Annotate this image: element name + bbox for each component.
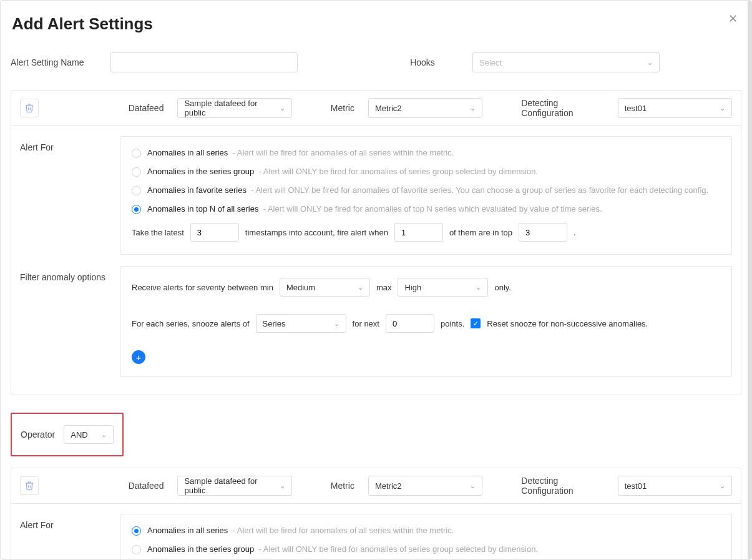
metric-label: Metric (331, 103, 354, 113)
severity-min-select[interactable]: Medium ⌄ (280, 278, 370, 297)
radio-top-n[interactable] (132, 205, 141, 214)
alert-for-label: Alert For (20, 136, 111, 255)
trash-icon (24, 481, 34, 491)
add-alert-settings-modal: ✕ Add Alert Settings Alert Setting Name … (0, 0, 752, 560)
metric-select-2[interactable]: Metric2 ⌄ (368, 476, 482, 496)
filter-options-label: Filter anomaly options (20, 266, 111, 377)
alert-setting-name-label: Alert Setting Name (11, 57, 110, 67)
metric-select-1[interactable]: Metric2 ⌄ (368, 98, 482, 118)
datafeed-label: Datafeed (129, 103, 164, 113)
chevron-down-icon: ⌄ (470, 482, 476, 490)
chevron-down-icon: ⌄ (470, 104, 476, 112)
chevron-down-icon: ⌄ (720, 482, 725, 490)
radio-series-group[interactable] (132, 167, 141, 177)
radio-all-series[interactable] (132, 149, 141, 158)
chevron-down-icon: ⌄ (280, 104, 285, 112)
detecting-config-select-1[interactable]: test01 ⌄ (618, 98, 732, 118)
radio-series-group[interactable] (132, 545, 141, 554)
operator-box: Operator AND ⌄ (11, 413, 124, 456)
hooks-label: Hooks (373, 57, 472, 67)
snooze-type-select[interactable]: Series ⌄ (256, 314, 346, 333)
hooks-select[interactable]: Select ⌄ (472, 52, 660, 72)
chevron-down-icon: ⌄ (476, 283, 481, 292)
delete-rule-button[interactable] (20, 476, 39, 495)
chevron-down-icon: ⌄ (358, 283, 363, 292)
detecting-config-label: Detecting Configuration (521, 476, 604, 496)
chevron-down-icon: ⌄ (720, 104, 725, 112)
chevron-down-icon: ⌄ (334, 320, 339, 328)
chevron-down-icon: ⌄ (647, 59, 653, 67)
top-n-when-input[interactable] (394, 223, 443, 242)
operator-select[interactable]: AND ⌄ (64, 425, 114, 444)
radio-all-series[interactable] (132, 526, 141, 536)
alert-rule-card-2: Datafeed Sample datafeed for public ⌄ Me… (11, 468, 741, 560)
snooze-points-input[interactable] (386, 314, 434, 333)
chevron-down-icon: ⌄ (280, 482, 285, 490)
trash-icon (24, 103, 34, 113)
chevron-down-icon: ⌄ (101, 431, 107, 439)
alert-rule-card-1: Datafeed Sample datafeed for public ⌄ Me… (11, 90, 741, 395)
top-n-intop-input[interactable] (519, 223, 567, 242)
severity-max-select[interactable]: High ⌄ (398, 278, 488, 297)
scrollbar[interactable] (748, 1, 751, 559)
detecting-config-select-2[interactable]: test01 ⌄ (618, 476, 732, 496)
modal-title: Add Alert Settings (11, 1, 741, 52)
add-filter-button[interactable]: + (132, 350, 145, 364)
detecting-config-label: Detecting Configuration (521, 98, 604, 118)
datafeed-select-2[interactable]: Sample datafeed for public ⌄ (177, 476, 291, 496)
delete-rule-button[interactable] (20, 99, 39, 117)
alert-for-label: Alert For (20, 514, 111, 560)
datafeed-select-1[interactable]: Sample datafeed for public ⌄ (177, 98, 291, 118)
radio-favorite-series[interactable] (132, 186, 141, 195)
top-n-timestamps-input[interactable] (190, 223, 239, 242)
metric-label: Metric (331, 481, 354, 491)
close-icon[interactable]: ✕ (728, 12, 738, 26)
alert-setting-name-input[interactable] (110, 52, 298, 72)
datafeed-label: Datafeed (129, 481, 164, 491)
reset-snooze-checkbox[interactable]: ✓ (471, 318, 481, 328)
